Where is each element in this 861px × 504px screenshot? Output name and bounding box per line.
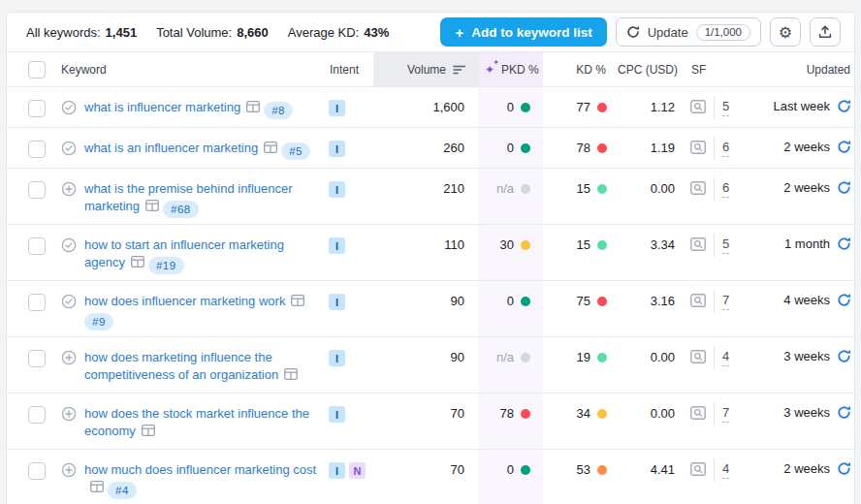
sf-cell: 5 — [683, 225, 756, 280]
stat-value: 1,451 — [106, 25, 138, 40]
row-checkbox[interactable] — [28, 181, 46, 199]
kd-cell: 53 — [543, 450, 613, 504]
keyword-link[interactable]: how does the stock market influence the … — [84, 406, 309, 438]
serp-window-icon[interactable] — [131, 256, 144, 268]
refresh-keyword-icon[interactable] — [837, 405, 851, 420]
row-checkbox[interactable] — [28, 462, 46, 480]
row-checkbox[interactable] — [28, 100, 46, 117]
sf-cell: 4 — [683, 337, 756, 393]
check-circle-icon[interactable] — [61, 141, 77, 156]
cpc-cell: 4.41 — [613, 450, 683, 504]
sf-count[interactable]: 7 — [722, 405, 729, 423]
rank-badge[interactable]: #19 — [148, 257, 184, 274]
serp-window-icon[interactable] — [142, 425, 155, 436]
intent-badge-I: I — [329, 462, 345, 479]
serp-preview-icon[interactable] — [690, 100, 706, 113]
keyword-link[interactable]: how does influencer marketing work — [84, 294, 285, 308]
intent-cell: I — [327, 281, 373, 336]
sort-descending-icon[interactable] — [453, 64, 466, 76]
plus-circle-icon[interactable] — [61, 406, 77, 422]
serp-window-icon[interactable] — [145, 200, 159, 211]
refresh-keyword-icon[interactable] — [837, 349, 851, 363]
serp-preview-icon[interactable] — [690, 294, 706, 307]
select-all-checkbox[interactable] — [28, 61, 46, 79]
keyword-text: how does influencer marketing work#9 — [84, 293, 327, 331]
sf-count[interactable]: 5 — [722, 99, 729, 116]
volume-cell: 210 — [373, 169, 478, 224]
plus-icon: + — [455, 24, 463, 41]
refresh-keyword-icon[interactable] — [837, 236, 851, 251]
keyword-link[interactable]: how to start an influencer marketing age… — [84, 237, 284, 269]
table-row: how much does influencer marketing cost#… — [7, 450, 854, 504]
table-body: what is influencer marketing#8I1,6000771… — [7, 87, 854, 504]
export-icon — [818, 25, 832, 39]
serp-preview-icon[interactable] — [690, 141, 706, 154]
divider — [714, 234, 715, 257]
refresh-keyword-icon[interactable] — [837, 180, 851, 195]
plus-circle-icon[interactable] — [61, 350, 77, 365]
updated-text: 4 weeks — [783, 293, 830, 308]
row-checkbox[interactable] — [28, 141, 46, 158]
keyword-link[interactable]: what is influencer marketing — [84, 100, 240, 114]
serp-preview-icon[interactable] — [690, 462, 706, 476]
sf-count[interactable]: 4 — [722, 461, 729, 479]
row-checkbox[interactable] — [28, 406, 46, 424]
header-volume[interactable]: Volume — [373, 52, 478, 86]
pkd-cell: n/a — [478, 169, 543, 224]
sf-count[interactable]: 5 — [722, 236, 729, 254]
plus-circle-icon[interactable] — [61, 462, 77, 478]
keyword-link[interactable]: how much does influencer marketing cost — [84, 462, 316, 477]
rank-badge[interactable]: #4 — [108, 482, 137, 499]
rank-badge[interactable]: #5 — [281, 142, 310, 160]
keyword-link[interactable]: how does marketing influence the competi… — [84, 350, 278, 382]
row-checkbox[interactable] — [28, 350, 46, 367]
serp-window-icon[interactable] — [291, 295, 304, 306]
check-circle-icon[interactable] — [61, 294, 77, 309]
update-button[interactable]: Update 1/1,000 — [616, 17, 761, 47]
serp-window-icon[interactable] — [246, 101, 260, 112]
sf-count[interactable]: 6 — [722, 180, 729, 198]
rank-badge[interactable]: #8 — [264, 102, 293, 119]
pkd-difficulty-dot — [521, 103, 530, 112]
refresh-keyword-icon[interactable] — [837, 140, 851, 154]
table-row: how does the stock market influence the … — [7, 394, 854, 450]
stat-value: 8,660 — [237, 25, 269, 40]
sf-count[interactable]: 7 — [722, 293, 729, 310]
keyword-cell: how to start an influencer marketing age… — [61, 225, 327, 280]
rank-badge[interactable]: #9 — [84, 313, 113, 331]
plus-circle-icon[interactable] — [61, 181, 77, 197]
sf-count[interactable]: 6 — [722, 140, 729, 157]
keyword-link[interactable]: what is an influencer marketing — [84, 141, 258, 155]
stat-all-keywords: All keywords: 1,451 — [26, 25, 137, 40]
check-circle-icon[interactable] — [61, 100, 77, 115]
sf-count[interactable]: 4 — [722, 349, 729, 366]
row-checkbox[interactable] — [28, 237, 46, 255]
refresh-keyword-icon[interactable] — [837, 293, 851, 307]
intent-badge-N: N — [349, 462, 366, 479]
table-row: how does influencer marketing work#9I900… — [7, 281, 854, 337]
add-to-keyword-list-button[interactable]: + Add to keyword list — [440, 17, 606, 47]
volume-cell: 90 — [373, 281, 478, 336]
refresh-keyword-icon[interactable] — [837, 461, 851, 476]
serp-window-icon[interactable] — [284, 368, 298, 380]
refresh-keyword-icon[interactable] — [837, 99, 851, 113]
export-button[interactable] — [810, 17, 841, 47]
row-checkbox[interactable] — [28, 294, 46, 311]
serp-window-icon[interactable] — [264, 142, 277, 153]
intent-badge-I: I — [329, 100, 345, 116]
settings-button[interactable]: ⚙ — [770, 17, 801, 47]
check-circle-icon[interactable] — [61, 237, 77, 253]
keyword-cell: what is influencer marketing#8 — [61, 87, 327, 127]
serp-window-icon[interactable] — [90, 481, 104, 492]
updated-text: 2 weeks — [783, 140, 830, 155]
kd-cell: 77 — [543, 87, 613, 127]
rank-badge[interactable]: #68 — [163, 201, 199, 218]
volume-cell: 260 — [373, 128, 478, 168]
pkd-difficulty-dot — [521, 465, 530, 475]
serp-preview-icon[interactable] — [690, 237, 706, 251]
serp-preview-icon[interactable] — [690, 406, 706, 420]
serp-preview-icon[interactable] — [690, 350, 706, 363]
table-row: what is the premise behind influencer ma… — [7, 169, 854, 225]
pkd-cell: n/a — [478, 337, 543, 393]
serp-preview-icon[interactable] — [690, 181, 706, 195]
